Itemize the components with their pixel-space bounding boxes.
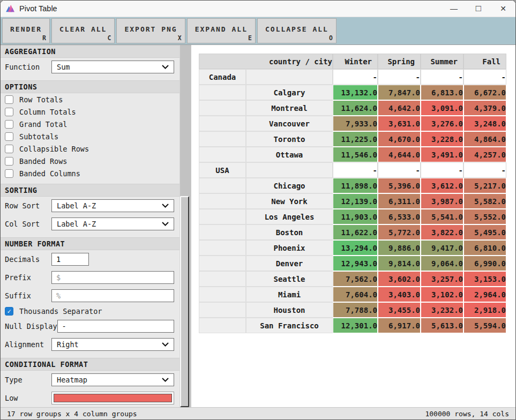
value-cell: 5,613.0 [421,318,463,333]
city-label: Miami [246,287,332,302]
shortcut-hint: X [178,34,182,42]
value-cell: 7,847.0 [378,85,420,100]
low-color-picker[interactable] [51,392,174,404]
value-cell: 4,644.0 [378,147,420,162]
value-cell: 3,455.0 [378,303,420,317]
empty-label-cell [199,287,245,302]
city-label: Chicago [246,178,332,193]
checkbox-grand-total[interactable] [5,120,13,129]
toolbar-button-collapse-all[interactable]: COLLAPSE ALLO [257,18,336,43]
minimize-icon[interactable]: — [442,1,466,17]
app-body: AGGREGATION Function Sum OPTIONS Row Tot… [1,45,515,407]
null-value-cell: - [378,70,420,84]
option-row: Grand Total [1,118,180,130]
value-cell: 6,810.0 [464,241,506,255]
function-select[interactable]: Sum [51,61,174,73]
checkbox-subtotals[interactable] [5,132,13,141]
city-label: Calgary [246,85,332,100]
value-cell: 12,943.0 [333,256,377,271]
value-cell: 5,594.0 [464,318,506,333]
decimals-row: Decimals [1,250,180,268]
sidebar-scrollbar[interactable] [180,45,191,407]
alignment-select[interactable]: Right [51,338,174,351]
checkbox-collapsible-rows[interactable] [5,145,13,153]
country-label[interactable]: USA [199,163,245,177]
scrollbar-thumb[interactable] [180,196,189,407]
value-cell: 3,153.0 [464,272,506,286]
group-row: USA---- [199,163,506,177]
column-header-winter[interactable]: Winter [333,54,377,69]
option-row: Collapsible Rows [1,142,180,155]
row-sort-select[interactable]: Label A-Z [51,199,174,212]
toolbar-button-clear-all[interactable]: CLEAR ALLC [51,18,115,43]
maximize-icon[interactable]: □ [466,1,491,17]
value-cell: 9,417.0 [421,241,463,255]
column-header-summer[interactable]: Summer [421,54,463,69]
checkbox-banded-rows[interactable] [5,157,13,166]
suffix-label: Suffix [5,291,51,300]
value-cell: 3,228.0 [421,132,463,146]
empty-label-cell [199,147,245,162]
toolbar-button-label: CLEAR ALL [59,25,107,33]
city-label: Vancouver [246,116,332,131]
value-cell: 7,562.0 [333,272,377,286]
checkbox-label: Subtotals [19,132,58,141]
shortcut-hint: R [42,34,46,42]
value-cell: 3,276.0 [421,116,463,131]
city-row: Vancouver7,933.03,631.03,276.03,248.0 [199,116,506,131]
city-label: San Francisco [246,318,332,333]
low-color-swatch [54,394,172,402]
col-sort-label: Col Sort [5,220,51,228]
value-cell: 11,903.0 [333,209,377,224]
null-value-cell: - [421,70,463,84]
city-row: San Francisco12,301.06,917.05,613.05,594… [199,318,506,333]
null-value-cell: - [421,163,463,177]
checkbox-label: Row Totals [19,95,63,104]
chevron-down-icon [162,204,169,208]
value-cell: 7,788.0 [333,303,377,317]
city-row: Seattle7,562.03,602.03,257.03,153.0 [199,272,506,286]
value-cell: 9,886.0 [378,241,420,255]
null-display-input[interactable] [57,320,174,333]
checkbox-row-totals[interactable] [5,95,13,104]
row-sort-label: Row Sort [5,201,51,210]
value-cell: 13,132.0 [333,85,377,100]
col-sort-select[interactable]: Label A-Z [51,218,174,230]
empty-label-cell [199,194,245,208]
value-cell: 3,602.0 [378,272,420,286]
section-header-options: OPTIONS [1,80,180,93]
empty-label-cell [199,241,245,255]
format-type-select[interactable]: Heatmap [51,373,174,386]
city-row: Toronto11,225.04,670.03,228.04,864.0 [199,132,506,146]
empty-label-cell [199,101,245,115]
country-label[interactable]: Canada [199,70,245,84]
value-cell: 13,294.0 [333,241,377,255]
chevron-down-icon [162,342,169,347]
toolbar-button-expand-all[interactable]: EXPAND ALLE [187,18,256,43]
value-cell: 6,990.0 [464,256,506,271]
column-header-spring[interactable]: Spring [378,54,420,69]
checkbox-column-totals[interactable] [5,108,13,116]
option-row: Column Totals [1,106,180,118]
city-row: Denver12,943.09,814.09,064.06,990.0 [199,256,506,271]
empty-label-cell [246,70,332,84]
value-cell: 6,311.0 [378,194,420,208]
empty-label-cell [199,132,245,146]
decimals-input[interactable] [51,253,89,266]
toolbar-button-export-png[interactable]: EXPORT PNGX [116,18,185,43]
city-label: Denver [246,256,332,271]
close-icon[interactable]: ✕ [491,1,515,17]
section-header-aggregation: AGGREGATION [1,45,180,58]
city-row: Calgary13,132.07,847.06,813.06,672.0 [199,85,506,100]
prefix-input[interactable] [51,271,174,284]
toolbar-button-render[interactable]: RENDERR [2,18,50,43]
city-row: Chicago11,898.05,396.03,612.05,217.0 [199,178,506,193]
settings-sidebar: AGGREGATION Function Sum OPTIONS Row Tot… [1,45,180,407]
value-cell: 3,987.0 [421,194,463,208]
suffix-input[interactable] [51,289,174,302]
group-row: Canada---- [199,70,506,84]
column-header-fall[interactable]: Fall [464,54,506,69]
checkbox-banded-columns[interactable] [5,169,13,178]
checkbox-label: Column Totals [19,108,76,116]
thousands-separator-checkbox[interactable] [5,307,13,316]
